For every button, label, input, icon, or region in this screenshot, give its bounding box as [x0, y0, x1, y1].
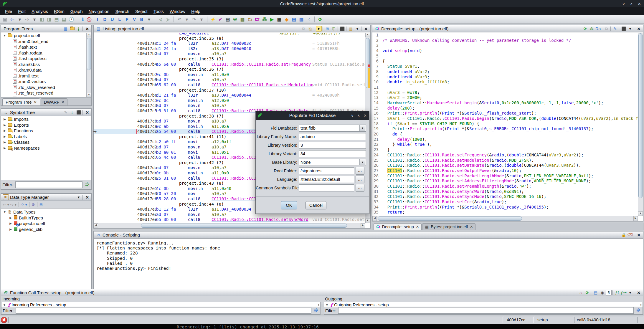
save-icon[interactable]: ▣	[2, 16, 8, 23]
export-icon[interactable]: ⭳	[69, 110, 75, 115]
back-dropdown[interactable]: ▾	[16, 16, 23, 23]
close-panel-icon[interactable]: ✕	[84, 194, 90, 200]
dialog-maximize-icon[interactable]: ∧	[357, 113, 360, 118]
listing-source-row[interactable]: project.ino:35 (3)	[94, 57, 365, 62]
scroll-up-icon[interactable]: ▲	[87, 33, 91, 37]
tab-dwarf[interactable]: DWARF✕	[41, 98, 68, 105]
memory-map-icon[interactable]: ▥	[239, 16, 246, 23]
combo-dropdown-icon[interactable]: ▼	[359, 159, 365, 165]
table2-icon[interactable]: ▧	[298, 16, 305, 23]
nav-in-icon[interactable]: ⮘	[157, 16, 164, 23]
decompile-line[interactable]: 30 CC1101::Radio::CC1101.Radio.setPreamb…	[372, 184, 638, 189]
edit-icon[interactable]: ✎	[612, 26, 618, 32]
decompile-line[interactable]: 12 uVar3 = 0x78;	[372, 90, 638, 95]
menu-search[interactable]: Search	[113, 8, 132, 15]
listing-source-row[interactable]: project.ino:37 (10)	[94, 88, 365, 93]
refresh-icon[interactable]: ⟳	[584, 290, 590, 295]
decompile-line[interactable]: 25 CC1101::Radio::CC1101.Radio.setModula…	[372, 158, 638, 163]
close-icon[interactable]: ✕	[638, 1, 641, 6]
decompile-line[interactable]: 20 do {	[372, 132, 638, 137]
library-version-input[interactable]: 3	[299, 142, 366, 149]
redo-icon[interactable]: ↷	[191, 16, 197, 23]
arrow-down-icon[interactable]: ⇩	[80, 16, 86, 23]
incoming-filter-icon[interactable]: ƒ⭡	[614, 290, 620, 295]
library-variant-input[interactable]: 34	[299, 150, 366, 157]
forward-icon[interactable]: ⇨ ▾	[10, 202, 16, 207]
tree-item--flash-text[interactable]: .flash.text	[1, 44, 86, 50]
symbol-category-classes[interactable]: ▶CClasses	[1, 139, 91, 145]
decompile-line[interactable]: 7 Status SVar1;	[372, 64, 638, 69]
analyze-icon[interactable]: ⚡	[210, 16, 216, 23]
maximize-icon[interactable]: ∧	[630, 1, 633, 6]
tree-item--dram0-data[interactable]: .dram0.data	[1, 67, 86, 73]
back-icon[interactable]: ⇦ ▾	[3, 202, 9, 207]
fid-database-select[interactable]: test.fidb▼	[299, 125, 366, 132]
script-manager-icon[interactable]: ✇	[232, 16, 238, 23]
listing-instruction-row[interactable]: 400d17afd1 24 fal32ra13,DAT_400d0040= 40…	[94, 46, 365, 52]
paste-icon[interactable]: ⎘	[307, 26, 313, 32]
refresh-icon[interactable]: ⟳	[582, 26, 588, 32]
decompile-line[interactable]: 22 } while( true );	[372, 142, 638, 147]
tree-item--iram0-text[interactable]: .iram0.text	[1, 73, 86, 79]
status-resize-corner[interactable]	[637, 317, 643, 323]
listing-label-row[interactable]: LAB_400d17acXREF[1]:400d1797(j)	[94, 33, 365, 36]
dtm-item-BuiltInTypes[interactable]: ▶BuiltInTypes	[1, 215, 91, 221]
decompile-line[interactable]: 27 CC1101::Radio::CC1101.Radio.setOutput…	[372, 168, 638, 173]
decompile-line[interactable]: 35 return;	[372, 210, 638, 215]
menu-bsim[interactable]: BSim	[51, 8, 67, 15]
instr-V-icon[interactable]: V	[131, 16, 138, 23]
patch-down-icon[interactable]: ⬓	[61, 16, 67, 23]
listing-instruction-row[interactable]: 400d17b70c 0bmovi.na11,0x0	[94, 72, 365, 77]
listing-instruction-row[interactable]: 400d17bb65 62 00call8CC1101::Radio::CC11…	[94, 82, 365, 88]
validate-icon[interactable]: ✔	[217, 16, 224, 23]
listing-instruction-row[interactable]: 400d17c3ad 07mov.na10,a7	[94, 103, 365, 108]
diff-view-icon[interactable]: ⎅	[331, 26, 337, 32]
menu-edit[interactable]: Edit	[15, 8, 28, 15]
symbol-category-functions[interactable]: ▶fFunctions	[1, 128, 91, 134]
decompile-header[interactable]: Cf Decompile: setup - (project.ino.elf) …	[372, 25, 643, 32]
tree-item--rtc_slow_reserved[interactable]: .rtc_slow_reserved	[1, 85, 86, 90]
decompile-line[interactable]: 3	[372, 43, 638, 48]
clear-icon[interactable]: ⃠	[87, 16, 93, 23]
snapshot-camera-icon[interactable]: ⬛	[76, 110, 82, 115]
decompile-line[interactable]: 11	[372, 85, 638, 90]
readonly-badge[interactable]: Ro	[595, 26, 601, 32]
instr-I-icon[interactable]: I	[94, 16, 101, 23]
decompile-line[interactable]: 33 CC1101::Radio::CC1101.Radio.setCrc(&r…	[372, 199, 638, 205]
tree-item--dram0-bss[interactable]: .dram0.bss	[1, 62, 86, 67]
library-family-name-input[interactable]: arduino	[299, 133, 366, 140]
depth-count-badge[interactable]: 5	[606, 290, 612, 295]
decompile-line[interactable]: 9 undefined4 uVar3;	[372, 75, 638, 80]
symbol-category-exports[interactable]: ▶Exports	[1, 122, 91, 128]
decompile-line[interactable]: 17 SVar1 = CC1101::Radio::CC1101.Radio.b…	[372, 116, 638, 121]
run-script-icon[interactable]: ▶	[269, 16, 275, 23]
patch-next-icon[interactable]: ◨	[46, 16, 52, 23]
snapshot-icon[interactable]: 🕓	[68, 16, 75, 23]
close-panel-icon[interactable]: ✕	[363, 26, 369, 32]
home-icon[interactable]: ⌂	[578, 290, 584, 295]
dropdown-icon[interactable]: ▾	[76, 194, 82, 200]
close-panel-icon[interactable]: ✕	[636, 290, 642, 295]
listing-instruction-row[interactable]: 400d17b4e5 6e 00call8CC1101::Radio::CC11…	[94, 62, 365, 67]
export-tree-icon[interactable]: ⭳	[76, 26, 82, 32]
copy-icon[interactable]: ⧉	[301, 26, 307, 32]
instr-B-icon[interactable]: B	[138, 16, 145, 23]
symbol-category-labels[interactable]: ▶●Labels	[1, 134, 91, 140]
close-panel-icon[interactable]: ✕	[636, 26, 642, 32]
instr-D-icon[interactable]: D	[102, 16, 108, 23]
decompile-line[interactable]: 32 CC1101::Radio::CC1101.Radio.setSyncMo…	[372, 194, 638, 199]
tab-program-tree[interactable]: Program Tree✕	[2, 98, 40, 105]
decompile-line[interactable]: 2/* WARNING: Unknown calling convention …	[372, 38, 638, 43]
tab-bytes-project-ino-elf[interactable]: ▦Bytes: project.ino.elf✕	[422, 223, 475, 230]
filter-config-icon[interactable]: ⭆	[635, 307, 641, 313]
decompile-line[interactable]: 31 CC1101::Radio::CC1101.Radio.setSyncWo…	[372, 189, 638, 194]
dtm-header[interactable]: DT Data Type Manager ▾ ✕	[1, 194, 91, 201]
language-input[interactable]: Xtensa:LE:32:default	[299, 176, 354, 183]
dialog-title-bar[interactable]: Populate Fid Database ∨ ∧ ✕	[256, 111, 369, 120]
open-folder-icon[interactable]	[69, 26, 75, 32]
dialog-minimize-icon[interactable]: ∨	[351, 113, 354, 118]
filter-config-icon[interactable]: ⭆	[84, 182, 90, 188]
listing-instruction-row[interactable]: 400d17b9ad 07mov.na10,a7	[94, 77, 365, 82]
cursor-tool-icon[interactable]: ➤	[316, 26, 322, 32]
decompile-line[interactable]: 23 }	[372, 147, 638, 153]
